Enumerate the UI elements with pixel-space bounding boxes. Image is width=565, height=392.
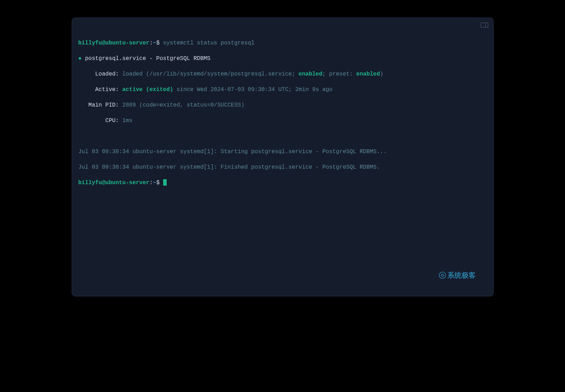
mainpid-label: Main PID: [78, 102, 123, 108]
log-line-2: Jul 03 09:30:34 ubuntu-server systemd[1]… [78, 163, 487, 171]
loaded-value: loaded (/usr/lib/systemd/system/postgres… [122, 71, 298, 77]
preset-status: enabled [356, 71, 380, 77]
prompt-at: @ [102, 180, 106, 186]
log-line-1: Jul 03 09:30:34 ubuntu-server systemd[1]… [78, 148, 487, 156]
svg-point-4 [442, 275, 443, 276]
watermark-text: 系统极客 [447, 271, 476, 279]
cursor[interactable] [163, 179, 167, 186]
prompt-symbol: $ [156, 180, 160, 186]
prompt-colon: : [149, 40, 153, 46]
watermark-logo-icon [439, 271, 446, 279]
prompt-symbol: $ [156, 40, 160, 46]
status-dot-icon: ● [78, 55, 82, 62]
loaded-mid: ; preset: [322, 71, 356, 77]
command-text: systemctl status postgresql [163, 40, 255, 46]
active-value: active (exited) [122, 86, 173, 93]
prompt-path: ~ [153, 40, 156, 46]
active-rest: since Wed 2024-07-03 09:30:34 UTC; 2min … [173, 86, 332, 93]
mainpid-value: 2889 (code=exited, status=0/SUCCESS) [122, 102, 244, 108]
active-label: Active: [78, 86, 123, 93]
cpu-value: 1ms [122, 117, 132, 124]
prompt-host: ubuntu-server [105, 40, 149, 46]
service-name: postgresql.service - PostgreSQL RDBMS [82, 55, 210, 62]
prompt-at: @ [102, 40, 106, 46]
enabled-status: enabled [299, 71, 322, 77]
watermark: 系统极客 [439, 271, 476, 279]
prompt-host: ubuntu-server [105, 180, 149, 186]
prompt-colon: : [149, 180, 153, 186]
prompt-user: billyfu [78, 40, 102, 46]
cpu-label: CPU: [78, 117, 123, 124]
window-split-icon[interactable] [481, 22, 488, 30]
loaded-end: ) [380, 71, 383, 77]
terminal-output: billyfu@ubuntu-server:~$ systemctl statu… [78, 31, 487, 202]
prompt-path: ~ [153, 180, 156, 186]
svg-rect-0 [481, 23, 488, 28]
prompt-user: billyfu [78, 180, 102, 186]
loaded-label: Loaded: [78, 71, 123, 77]
terminal-window[interactable]: billyfu@ubuntu-server:~$ systemctl statu… [72, 18, 494, 296]
